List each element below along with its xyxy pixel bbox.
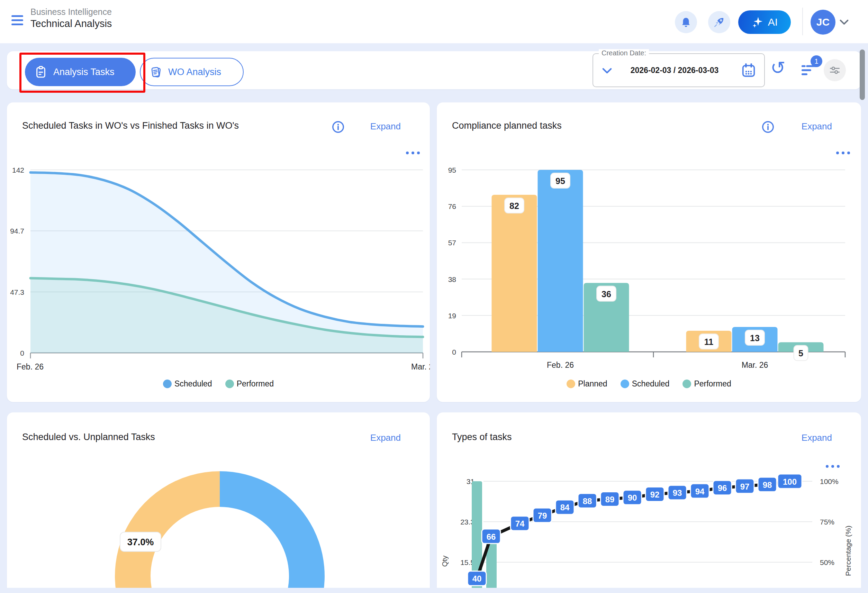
value-badge-label: 66 <box>487 532 496 541</box>
clipboard-icon <box>34 65 48 79</box>
value-badge-label: 5 <box>799 348 803 358</box>
y-tick-label: 57 <box>448 239 456 247</box>
app-title: Business Intelligence <box>31 7 112 17</box>
y-tick-label: 19 <box>448 312 456 320</box>
filter-count-badge: 1 <box>810 55 822 67</box>
legend-item-performed[interactable]: Performed <box>225 379 274 388</box>
x-tick-label: Feb. 26 <box>16 362 44 371</box>
calendar-icon[interactable] <box>741 62 757 78</box>
value-badge-label: 93 <box>673 488 682 497</box>
tab-wo-analysis[interactable]: WO Analysis <box>140 58 244 86</box>
value-badge-label: 94 <box>695 487 705 496</box>
y-tick-label: 142 <box>12 166 24 174</box>
settings-button[interactable] <box>824 59 846 81</box>
value-badge-label: 89 <box>605 495 615 504</box>
y-tick-label: 94.7 <box>10 227 24 235</box>
tab-analysis-tasks-label: Analysis Tasks <box>53 67 115 78</box>
legend-dot <box>225 379 234 388</box>
x-category-label: Feb. 26 <box>547 360 574 369</box>
donut-chart: 37.0% <box>7 412 430 593</box>
legend-dot <box>163 379 172 388</box>
pareto-chart-svg: 31100%23.375%15.550%QtyPercentage (%)406… <box>437 412 861 593</box>
page-title: Technical Analysis <box>31 18 112 30</box>
bar-chart-svg: 01938577695Feb. 26Mar. 2682953611135 <box>437 102 861 402</box>
legend-label: Planned <box>578 379 607 388</box>
legend-label: Performed <box>694 379 731 388</box>
value-badge-label: 82 <box>509 201 519 211</box>
header-divider <box>802 7 803 35</box>
value-badge-label: 11 <box>704 337 714 347</box>
area-chart-svg: 047.394.7142Feb. 26Mar. 26 <box>7 102 430 402</box>
toolbar: Analysis Tasks WO Analysis Creation Date… <box>7 51 861 89</box>
menu-icon[interactable] <box>12 15 23 26</box>
y-tick-label: 47.3 <box>10 288 24 296</box>
date-chevron-icon[interactable] <box>602 68 612 74</box>
legend-dot <box>567 379 575 388</box>
sparkle-icon <box>751 16 764 28</box>
value-badge-label: 74 <box>515 519 525 528</box>
value-badge-label: 40 <box>472 574 482 583</box>
y-tick-label: 76 <box>448 202 456 210</box>
value-badge-label: 100 <box>783 477 797 487</box>
date-range-value: 2026-02-03 / 2026-03-03 <box>617 54 732 87</box>
ai-assistant-button[interactable]: AI <box>738 10 791 34</box>
bar-scheduled-feb-26[interactable] <box>538 170 583 352</box>
value-badge-label: 84 <box>560 503 570 512</box>
bell-icon <box>680 16 692 28</box>
legend-dot <box>620 379 629 388</box>
panel-compliance-planned-tasks: Compliance planned tasks Expand 01938577… <box>437 102 861 402</box>
value-badge-label: 95 <box>555 176 565 186</box>
legend-item-scheduled[interactable]: Scheduled <box>620 379 670 388</box>
value-badge-label: 96 <box>718 483 727 493</box>
wo-documents-icon <box>149 65 163 79</box>
filter-button[interactable]: 1 <box>800 61 818 79</box>
rocket-icon <box>713 16 725 28</box>
panel-scheduled-vs-finished: Scheduled Tasks in WO's vs Finished Task… <box>7 102 430 402</box>
tab-analysis-tasks[interactable]: Analysis Tasks <box>25 58 136 86</box>
launch-button[interactable] <box>708 11 730 33</box>
app-header: Business Intelligence Technical Analysis <box>0 0 868 43</box>
value-badge-label: 92 <box>650 490 660 499</box>
tab-wo-analysis-label: WO Analysis <box>168 67 221 78</box>
y-axis-title-right: Percentage (%) <box>844 525 852 576</box>
y-tick-label: 0 <box>20 349 24 357</box>
y-tick-label: 0 <box>452 348 456 356</box>
y-tick-label-right: 100% <box>820 478 838 485</box>
bar-chart: 01938577695Feb. 26Mar. 2682953611135 <box>437 102 861 402</box>
y-tick-label: 38 <box>448 275 456 283</box>
legend-label: Scheduled <box>174 379 212 388</box>
panel-scheduled-vs-unplanned: Scheduled vs. Unplanned Tasks Expand 37.… <box>7 412 430 593</box>
reset-button[interactable]: ↺ <box>771 59 785 77</box>
notifications-button[interactable] <box>675 11 697 33</box>
chevron-down-icon[interactable] <box>840 19 849 25</box>
sliders-icon <box>828 63 841 77</box>
legend-dot <box>682 379 691 388</box>
value-badge-label: 98 <box>763 480 772 490</box>
value-badge-label: 79 <box>538 511 547 520</box>
legend-label: Scheduled <box>632 379 670 388</box>
y-tick-label-right: 50% <box>820 558 834 566</box>
horizontal-scrollbar-track[interactable] <box>0 588 868 593</box>
chart-legend: PlannedScheduledPerformed <box>437 379 861 388</box>
creation-date-field[interactable]: Creation Date: 2026-02-03 / 2026-03-03 <box>592 53 765 87</box>
value-badge-label: 13 <box>750 333 760 343</box>
panel-types-of-tasks: Types of tasks Expand 31100%23.375%15.55… <box>437 412 861 593</box>
y-axis-title-left: Qty <box>441 555 449 567</box>
value-badge-label: 97 <box>740 482 750 491</box>
avatar-initials: JC <box>816 16 830 28</box>
legend-item-performed[interactable]: Performed <box>682 379 731 388</box>
legend-label: Performed <box>237 379 274 388</box>
avatar[interactable]: JC <box>810 10 836 35</box>
legend-item-scheduled[interactable]: Scheduled <box>163 379 212 388</box>
area-chart: 047.394.7142Feb. 26Mar. 26 <box>7 102 430 402</box>
refresh-icon: ↺ <box>771 58 785 78</box>
bar-planned-feb-26[interactable] <box>492 195 537 352</box>
y-tick-label: 95 <box>448 166 456 174</box>
ai-button-label: AI <box>768 16 778 28</box>
dashboard-page: Business Intelligence Technical Analysis <box>0 0 868 593</box>
value-badge-label: 88 <box>583 497 592 506</box>
legend-item-planned[interactable]: Planned <box>567 379 607 388</box>
value-badge-label: 90 <box>628 493 637 502</box>
vertical-scrollbar-thumb[interactable] <box>860 49 865 100</box>
x-tick-label: Mar. 26 <box>411 362 430 371</box>
